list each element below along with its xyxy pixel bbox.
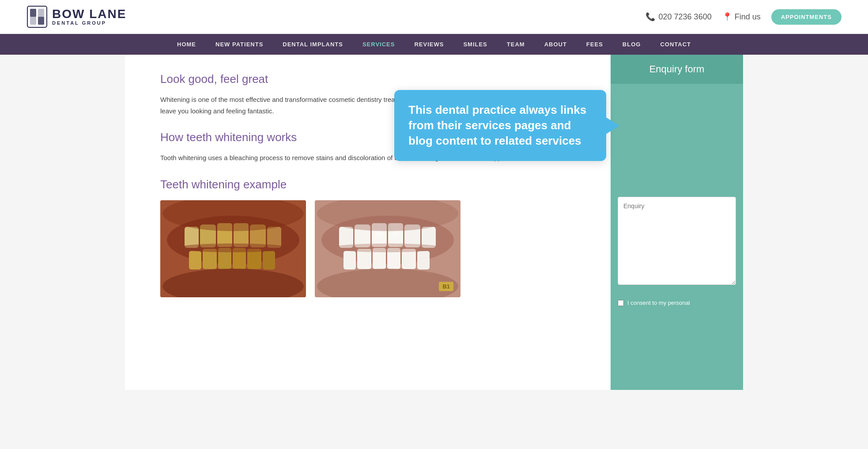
- header-right: 📞 020 7236 3600 📍 Find us APPOINTMENTS: [645, 9, 842, 25]
- logo-subtitle: DENTAL GROUP: [52, 20, 126, 26]
- find-us-label: Find us: [735, 12, 761, 22]
- heading-look-good: Look good, feel great: [160, 72, 584, 86]
- nav-blog[interactable]: BLOG: [613, 34, 651, 55]
- logo-text: BOW LANE DENTAL GROUP: [52, 8, 126, 26]
- main-container: Look good, feel great Whitening is one o…: [125, 55, 743, 390]
- phone-number: 020 7236 3600: [659, 12, 712, 22]
- svg-rect-3: [30, 9, 36, 17]
- enquiry-textarea[interactable]: [618, 197, 736, 285]
- nav-fees[interactable]: FEES: [577, 34, 613, 55]
- logo-icon: [26, 5, 48, 28]
- shade-badge: B1: [439, 282, 453, 291]
- nav-services[interactable]: SERVICES: [353, 34, 405, 55]
- appointments-button[interactable]: APPOINTMENTS: [771, 9, 842, 25]
- main-nav: HOME NEW PATIENTS DENTAL IMPLANTS SERVIC…: [0, 34, 868, 55]
- nav-dental-implants[interactable]: DENTAL IMPLANTS: [273, 34, 353, 55]
- consent-checkbox[interactable]: [618, 300, 624, 306]
- find-us-link[interactable]: 📍 Find us: [722, 12, 761, 22]
- nav-home[interactable]: HOME: [167, 34, 206, 55]
- location-icon: 📍: [722, 12, 732, 22]
- nav-team[interactable]: TEAM: [497, 34, 535, 55]
- phone-link[interactable]: 📞 020 7236 3600: [645, 12, 712, 22]
- nav-reviews[interactable]: REVIEWS: [404, 34, 453, 55]
- tooltip-text: This dental practice always links from t…: [408, 103, 586, 147]
- nav-about[interactable]: ABOUT: [535, 34, 577, 55]
- logo-title: BOW LANE: [52, 8, 126, 20]
- svg-rect-30: [343, 251, 356, 269]
- sidebar: Enquiry form This dental practice always…: [611, 55, 743, 390]
- svg-rect-35: [417, 251, 430, 269]
- svg-rect-13: [189, 251, 201, 269]
- enquiry-form-header: Enquiry form: [611, 55, 743, 84]
- svg-point-19: [176, 243, 291, 252]
- nav-contact[interactable]: CONTACT: [650, 34, 701, 55]
- svg-rect-4: [38, 17, 44, 25]
- logo[interactable]: BOW LANE DENTAL GROUP: [26, 5, 126, 28]
- nav-smiles[interactable]: SMILES: [453, 34, 497, 55]
- consent-label: I consent to my personal: [627, 299, 690, 307]
- teeth-after-image: B1: [315, 200, 460, 297]
- enquiry-textarea-wrapper: [611, 190, 743, 294]
- tooltip-bubble: This dental practice always links from t…: [394, 90, 606, 161]
- consent-row: I consent to my personal: [611, 294, 743, 312]
- nav-new-patients[interactable]: NEW PATIENTS: [206, 34, 273, 55]
- image-row: B1: [160, 200, 584, 297]
- svg-point-36: [330, 243, 445, 252]
- teeth-before-image: [160, 200, 306, 297]
- svg-rect-18: [263, 251, 275, 269]
- heading-example: Teeth whitening example: [160, 178, 584, 191]
- site-header: BOW LANE DENTAL GROUP 📞 020 7236 3600 📍 …: [0, 0, 868, 34]
- phone-icon: 📞: [645, 12, 655, 22]
